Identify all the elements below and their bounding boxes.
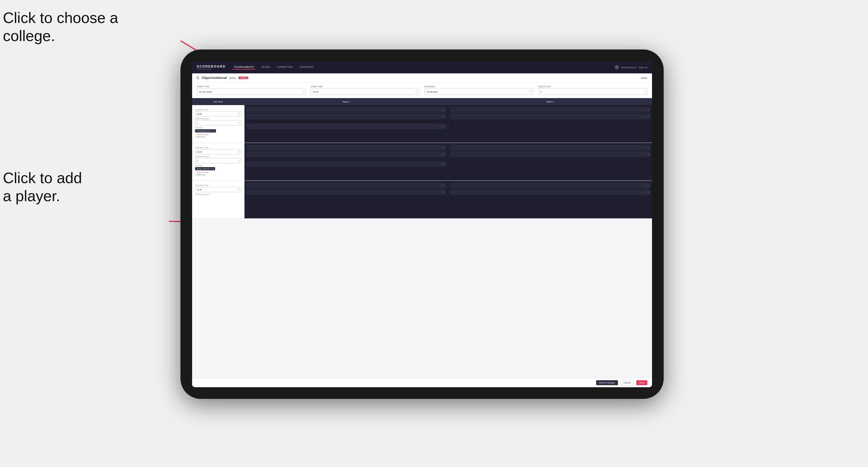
start-type-group: Start Type 1st Tee Start ▾: [197, 86, 306, 95]
slot-chevron-icon[interactable]: ▾: [444, 191, 445, 194]
back-button[interactable]: ‹ Back: [640, 76, 647, 80]
division-label: (Men): [229, 76, 236, 80]
slot-chevron-icon[interactable]: ▾: [444, 108, 445, 111]
slot-chevron-icon[interactable]: ▾: [648, 108, 649, 111]
info-icon-2: ⓘ: [529, 90, 531, 93]
annotation-add-player: Click to add a player.: [3, 169, 82, 205]
slot-x-icon[interactable]: ✕: [645, 147, 647, 149]
slot-chevron-icon[interactable]: ▾: [444, 163, 445, 166]
slot-x-icon[interactable]: ✕: [441, 184, 443, 187]
th-tee-time: Tee Time: [192, 98, 245, 105]
cancel-button[interactable]: Cancel: [620, 380, 634, 385]
reset-changes-button[interactable]: Reset Changes: [596, 380, 618, 385]
slot-chevron-icon[interactable]: ▾: [648, 184, 649, 187]
chevron-down-icon: ▾: [303, 91, 304, 93]
player-slot[interactable]: ✕ ▾: [246, 151, 446, 157]
start-type-label: Start Type: [197, 86, 306, 88]
sub-header: C Clippd Invitational (Men) Hosting ‹ Ba…: [192, 73, 652, 83]
team1-col-2: ✕ ▾ ✕ ▾ ✕ ▾: [245, 143, 448, 181]
course-tag-2[interactable]: 🏞 East Lake GC ✕ ▾: [195, 167, 215, 170]
user-email: blair@clippd.io: [621, 66, 637, 69]
slot-x-icon[interactable]: ✕: [441, 163, 443, 166]
hosting-badge: Hosting: [238, 76, 248, 79]
group-size-select[interactable]: 3 ▾: [538, 89, 647, 95]
edit-tag-icon-1[interactable]: ▾: [214, 130, 215, 132]
intervals-select[interactable]: 10 Minutes ⓘ: [424, 89, 533, 95]
slot-x-icon[interactable]: ✕: [441, 125, 443, 128]
remove-tag-icon-1[interactable]: ✕: [211, 130, 213, 132]
course-label-1: COURSE:: [195, 127, 241, 129]
team2-col-2: ✕ ▾ ✕ ▾: [448, 143, 652, 181]
starting-hole-label-3: STARTING HOLE:: [195, 194, 241, 195]
nav-committee[interactable]: COMMITTEE: [276, 65, 294, 70]
slot-chevron-icon[interactable]: ▾: [648, 191, 649, 194]
player-slot[interactable]: ✕ ▾: [246, 189, 446, 195]
player-slot[interactable]: ✕ ▾: [450, 145, 650, 151]
player-slot[interactable]: ✕ ▾: [450, 189, 650, 195]
app-header: SCOREBOARD Powered by clippd TOURNAMENTS…: [192, 61, 652, 73]
add-group-btn-1[interactable]: + Add Group: [195, 136, 241, 138]
hole-chevron-1: ▾: [239, 122, 240, 124]
sign-out-link[interactable]: Sign out: [639, 66, 647, 69]
slot-x-icon[interactable]: ✕: [441, 115, 443, 118]
slot-chevron-icon[interactable]: ▾: [648, 147, 649, 149]
nav-teams[interactable]: TEAMS: [260, 65, 271, 70]
player-slot[interactable]: ✕ ▾: [450, 151, 650, 157]
slot-x-icon[interactable]: ✕: [645, 153, 647, 156]
add-group-btn-2[interactable]: + Add Group: [195, 174, 241, 176]
tee-row: STARTING TIME: 10:00 ⓘ STARTING HOLE: 1 …: [192, 105, 652, 143]
slot-chevron-icon[interactable]: ▾: [444, 153, 445, 156]
starting-time-label-3: STARTING TIME:: [195, 185, 241, 186]
slot-x-icon[interactable]: ✕: [645, 115, 647, 118]
player-slot-course[interactable]: ✕ ▾: [246, 123, 446, 129]
starting-hole-select-1[interactable]: 1 ▾: [195, 120, 241, 125]
settings-form: Start Type 1st Tee Start ▾ Start Time 10…: [192, 83, 652, 98]
player-slot[interactable]: ✕ ▾: [450, 114, 650, 119]
slot-x-icon[interactable]: ✕: [441, 191, 443, 194]
slot-chevron-icon[interactable]: ▾: [444, 125, 445, 128]
starting-hole-select-2[interactable]: 1 ▾: [195, 158, 241, 163]
player-slot[interactable]: ✕ ▾: [450, 183, 650, 188]
plus-icon-1: +: [195, 136, 196, 138]
slot-x-icon[interactable]: ✕: [645, 191, 647, 194]
slot-chevron-icon[interactable]: ▾: [648, 115, 649, 118]
player-slot[interactable]: ✕ ▾: [246, 183, 446, 188]
nav-rankings[interactable]: RANKINGS: [299, 65, 315, 70]
footer-bar: Reset Changes Cancel Save: [192, 378, 652, 387]
slot-x-icon[interactable]: ✕: [441, 153, 443, 156]
player-slot[interactable]: ✕ ▾: [246, 107, 446, 113]
minus-icon-1: −: [195, 134, 196, 135]
slot-x-icon[interactable]: ✕: [645, 108, 647, 111]
remove-group-btn-2[interactable]: − Remove Group: [195, 172, 241, 173]
hole-chevron-2: ▾: [239, 160, 240, 162]
slot-chevron-icon[interactable]: ▾: [444, 147, 445, 149]
start-type-select[interactable]: 1st Tee Start ▾: [197, 89, 306, 95]
starting-time-label-1: STARTING TIME:: [195, 109, 241, 111]
starting-time-input-2[interactable]: 10:10 ⓘ: [195, 149, 241, 154]
slot-chevron-icon[interactable]: ▾: [648, 153, 649, 156]
slot-chevron-icon[interactable]: ▾: [444, 115, 445, 118]
save-button[interactable]: Save: [636, 380, 647, 385]
edit-tag-icon-2[interactable]: ▾: [213, 168, 214, 170]
minus-icon-2: −: [195, 172, 196, 173]
course-tag-1[interactable]: (A) Peachtree GC ✕ ▾: [195, 129, 216, 132]
remove-tag-icon-2[interactable]: ✕: [211, 168, 212, 170]
slot-x-icon[interactable]: ✕: [441, 108, 443, 111]
player-slot-course[interactable]: ✕ ▾: [246, 161, 446, 167]
group-size-group: Group Size 3 ▾: [538, 86, 647, 95]
player-slot[interactable]: ✕ ▾: [246, 145, 446, 151]
annotation-choose-college: Click to choose a college.: [3, 9, 118, 45]
player-slot[interactable]: ✕ ▾: [450, 107, 650, 113]
slot-x-icon[interactable]: ✕: [441, 147, 443, 149]
slot-chevron-icon[interactable]: ▾: [444, 184, 445, 187]
nav-tournaments[interactable]: TOURNAMENTS: [232, 65, 255, 70]
starting-time-input-1[interactable]: 10:00 ⓘ: [195, 111, 241, 117]
starting-time-input-3[interactable]: 10:20 ⓘ: [195, 187, 241, 192]
slot-x-icon[interactable]: ✕: [645, 184, 647, 187]
logo-subtitle: Powered by clippd: [197, 68, 225, 70]
player-slot[interactable]: ✕ ▾: [246, 114, 446, 119]
remove-group-btn-1[interactable]: − Remove Group: [195, 134, 241, 135]
tee-controls-2: STARTING TIME: 10:10 ⓘ STARTING HOLE: 1 …: [192, 143, 245, 181]
start-time-input[interactable]: 10:00 ⓘ: [311, 89, 420, 95]
tee-times-list: STARTING TIME: 10:00 ⓘ STARTING HOLE: 1 …: [192, 105, 652, 378]
